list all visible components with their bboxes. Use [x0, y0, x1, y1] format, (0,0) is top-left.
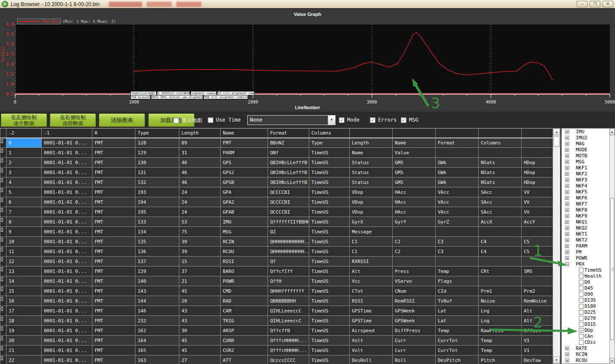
- table-cell[interactable]: RSSI: [350, 296, 393, 306]
- table-cell[interactable]: HAcc: [393, 207, 436, 217]
- table-cell[interactable]: AccX: [479, 217, 522, 227]
- expand-icon[interactable]: +: [565, 190, 569, 194]
- table-cell[interactable]: C2: [393, 247, 436, 257]
- tree-item-nkq2[interactable]: +NKQ2: [562, 225, 615, 231]
- table-cell[interactable]: QBIHBcLLefffB: [268, 168, 309, 177]
- table-cell[interactable]: 195: [135, 207, 179, 217]
- corner-header[interactable]: [0, 128, 6, 138]
- table-cell[interactable]: 12: [6, 257, 42, 266]
- table-cell[interactable]: 11: [6, 247, 42, 257]
- table-cell[interactable]: TimeUS: [309, 217, 350, 227]
- table-cell[interactable]: FMT: [92, 346, 135, 355]
- table-cell[interactable]: VDop: [350, 187, 393, 197]
- column-header[interactable]: [522, 128, 553, 138]
- table-cell[interactable]: 75: [179, 227, 221, 237]
- table-cell[interactable]: RCOU: [221, 247, 268, 257]
- table-cell[interactable]: 136: [135, 247, 179, 257]
- table-cell[interactable]: Lng: [479, 316, 522, 326]
- table-cell[interactable]: [393, 227, 436, 237]
- table-cell[interactable]: 130: [135, 158, 179, 168]
- tree-item-nkt2[interactable]: +NKT2: [562, 237, 615, 243]
- table-cell[interactable]: HDop: [522, 177, 553, 187]
- table-cell[interactable]: CNum: [393, 286, 436, 296]
- tree-item-nkq1[interactable]: +NKQ1: [562, 219, 615, 225]
- expand-icon[interactable]: +: [565, 166, 569, 170]
- table-cell[interactable]: 140: [135, 276, 179, 286]
- scroll-up-icon[interactable]: ▲: [610, 128, 615, 135]
- table-cell[interactable]: TimeUS: [309, 326, 350, 336]
- tree-field-d135[interactable]: D135: [562, 297, 615, 303]
- scrollbar-thumb[interactable]: [554, 136, 560, 147]
- table-cell[interactable]: GPS2: [221, 168, 268, 177]
- expand-icon[interactable]: +: [565, 250, 569, 254]
- table-cell[interactable]: Alt: [522, 306, 553, 316]
- expand-icon[interactable]: +: [565, 232, 569, 236]
- table-cell[interactable]: QIHLLeeeccC: [268, 306, 309, 316]
- expand-icon[interactable]: +: [565, 220, 569, 224]
- table-cell[interactable]: Lat: [436, 306, 479, 316]
- table-cell[interactable]: TimeUS: [309, 257, 350, 266]
- table-cell[interactable]: [436, 227, 479, 237]
- table-cell[interactable]: GPSWeek: [393, 316, 436, 326]
- tree-item-nkf2[interactable]: +NKF2: [562, 171, 615, 177]
- table-cell[interactable]: NSats: [479, 168, 522, 177]
- tree-field-timeus[interactable]: TimeUS: [562, 267, 615, 273]
- table-cell[interactable]: Prm1: [479, 286, 522, 296]
- table-cell[interactable]: Prm2: [522, 286, 553, 296]
- table-cell[interactable]: GWk: [436, 168, 479, 177]
- table-cell[interactable]: 0001-01-01 0...: [42, 316, 92, 326]
- table-cell[interactable]: VAcc: [436, 187, 479, 197]
- row-header[interactable]: [0, 247, 6, 257]
- column-header[interactable]: Columns: [309, 128, 350, 138]
- table-cell[interactable]: Format: [436, 138, 479, 148]
- row-header[interactable]: [0, 168, 6, 177]
- minimize-button[interactable]: —: [577, 1, 587, 7]
- column-header[interactable]: Format: [268, 128, 309, 138]
- use-time-checkbox[interactable]: Use Time: [208, 117, 241, 123]
- row-header[interactable]: [0, 346, 6, 355]
- field-checkbox[interactable]: [579, 304, 584, 309]
- table-cell[interactable]: GMS: [393, 177, 436, 187]
- tree-scrollbar[interactable]: ▲ ▼: [609, 128, 615, 364]
- table-cell[interactable]: 0001-01-01 0...: [42, 336, 92, 346]
- field-checkbox[interactable]: [579, 274, 584, 278]
- table-cell[interactable]: 9: [6, 227, 42, 237]
- table-cell[interactable]: GyrY: [393, 217, 436, 227]
- expand-icon[interactable]: +: [565, 352, 569, 356]
- table-cell[interactable]: GPA2: [221, 197, 268, 207]
- table-cell[interactable]: TimeUS: [309, 286, 350, 296]
- table-cell[interactable]: VDop: [350, 207, 393, 217]
- table-cell[interactable]: 18: [6, 316, 42, 326]
- table-cell[interactable]: 17: [6, 306, 42, 316]
- column-header[interactable]: Name: [221, 128, 268, 138]
- table-cell[interactable]: 89: [179, 138, 221, 148]
- table-cell[interactable]: [436, 257, 479, 266]
- table-cell[interactable]: RXRSSI: [350, 257, 393, 266]
- table-cell[interactable]: [522, 276, 553, 286]
- table-cell[interactable]: 0001-01-01 0...: [42, 237, 92, 247]
- table-cell[interactable]: TimeUS: [309, 346, 350, 355]
- table-cell[interactable]: 5: [6, 187, 42, 197]
- table-cell[interactable]: QBIHBcLLefffB: [268, 158, 309, 168]
- table-cell[interactable]: TimeUS: [309, 187, 350, 197]
- table-cell[interactable]: [479, 276, 522, 286]
- tree-item-mode[interactable]: +MODE: [562, 147, 615, 153]
- table-cell[interactable]: 0001-01-01 0...: [42, 257, 92, 266]
- row-header[interactable]: [0, 148, 6, 158]
- table-cell[interactable]: AccY: [522, 217, 553, 227]
- scrollbar-thumb[interactable]: [610, 198, 614, 340]
- table-cell[interactable]: PARM: [221, 148, 268, 158]
- table-cell[interactable]: TimeUS: [309, 197, 350, 207]
- row-header[interactable]: [0, 355, 6, 364]
- row-header[interactable]: [0, 158, 6, 168]
- column-header[interactable]: [479, 128, 522, 138]
- table-cell[interactable]: [522, 138, 553, 148]
- table-cell[interactable]: QCCCCBI: [268, 207, 309, 217]
- collapse-icon[interactable]: −: [565, 262, 569, 266]
- table-cell[interactable]: FMT: [92, 316, 135, 326]
- table-cell[interactable]: GPSWeek: [393, 306, 436, 316]
- table-cell[interactable]: QHHHffffffff: [268, 286, 309, 296]
- table-cell[interactable]: SAcc: [479, 197, 522, 207]
- tree-item-nkf4[interactable]: +NKF4: [562, 183, 615, 189]
- table-cell[interactable]: TimeUS: [309, 168, 350, 177]
